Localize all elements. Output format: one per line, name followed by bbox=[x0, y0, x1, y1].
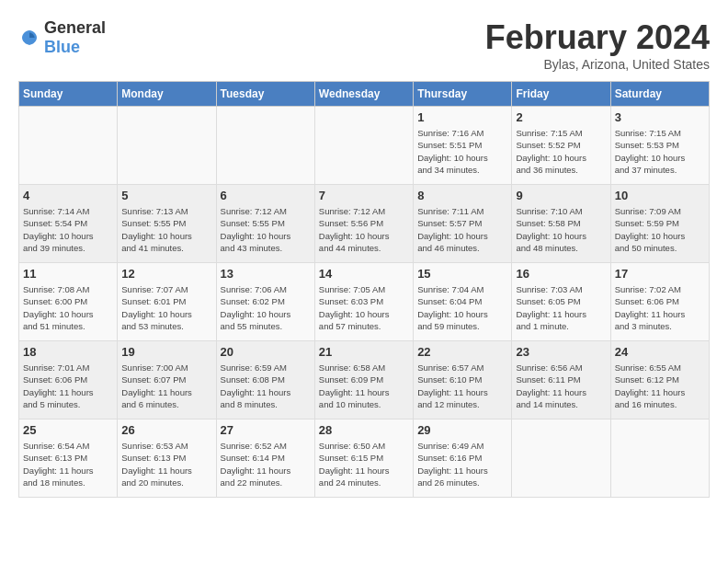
calendar-cell: 19Sunrise: 7:00 AM Sunset: 6:07 PM Dayli… bbox=[118, 341, 216, 419]
calendar-cell: 27Sunrise: 6:52 AM Sunset: 6:14 PM Dayli… bbox=[216, 419, 314, 498]
day-info: Sunrise: 6:50 AM Sunset: 6:15 PM Dayligh… bbox=[319, 440, 409, 488]
day-header-monday: Monday bbox=[118, 82, 216, 107]
day-info: Sunrise: 7:11 AM Sunset: 5:57 PM Dayligh… bbox=[417, 205, 507, 254]
day-info: Sunrise: 6:55 AM Sunset: 6:12 PM Dayligh… bbox=[615, 362, 705, 410]
calendar-cell: 16Sunrise: 7:03 AM Sunset: 6:05 PM Dayli… bbox=[512, 263, 610, 341]
calendar-cell: 11Sunrise: 7:08 AM Sunset: 6:00 PM Dayli… bbox=[19, 263, 118, 341]
day-info: Sunrise: 6:52 AM Sunset: 6:14 PM Dayligh… bbox=[221, 440, 311, 488]
day-header-saturday: Saturday bbox=[610, 82, 709, 107]
day-info: Sunrise: 6:57 AM Sunset: 6:10 PM Dayligh… bbox=[417, 362, 507, 410]
calendar-cell: 3Sunrise: 7:15 AM Sunset: 5:53 PM Daylig… bbox=[610, 107, 709, 185]
calendar-week-row: 1Sunrise: 7:16 AM Sunset: 5:51 PM Daylig… bbox=[19, 107, 710, 185]
calendar-cell bbox=[314, 107, 413, 185]
calendar-cell: 29Sunrise: 6:49 AM Sunset: 6:16 PM Dayli… bbox=[414, 419, 512, 498]
calendar-cell: 1Sunrise: 7:16 AM Sunset: 5:51 PM Daylig… bbox=[414, 107, 512, 185]
day-number: 29 bbox=[417, 423, 507, 437]
day-info: Sunrise: 6:54 AM Sunset: 6:13 PM Dayligh… bbox=[23, 440, 113, 488]
day-number: 13 bbox=[221, 267, 311, 281]
calendar-cell: 15Sunrise: 7:04 AM Sunset: 6:04 PM Dayli… bbox=[414, 263, 512, 341]
day-number: 16 bbox=[516, 267, 606, 281]
calendar-cell: 22Sunrise: 6:57 AM Sunset: 6:10 PM Dayli… bbox=[414, 341, 512, 419]
day-number: 6 bbox=[221, 189, 311, 202]
day-header-thursday: Thursday bbox=[414, 82, 512, 107]
day-number: 2 bbox=[516, 110, 606, 124]
logo-general: General bbox=[44, 18, 106, 37]
calendar-cell: 14Sunrise: 7:05 AM Sunset: 6:03 PM Dayli… bbox=[314, 263, 413, 341]
day-info: Sunrise: 7:03 AM Sunset: 6:05 PM Dayligh… bbox=[516, 283, 606, 332]
logo-text: General Blue bbox=[44, 18, 106, 57]
day-info: Sunrise: 6:59 AM Sunset: 6:08 PM Dayligh… bbox=[221, 362, 311, 410]
calendar-cell: 2Sunrise: 7:15 AM Sunset: 5:52 PM Daylig… bbox=[512, 107, 610, 185]
calendar-cell: 7Sunrise: 7:12 AM Sunset: 5:56 PM Daylig… bbox=[314, 185, 413, 263]
day-number: 1 bbox=[417, 110, 507, 124]
day-number: 9 bbox=[516, 189, 606, 202]
day-header-tuesday: Tuesday bbox=[216, 82, 314, 107]
day-number: 26 bbox=[121, 423, 211, 437]
calendar-cell bbox=[118, 107, 216, 185]
calendar-cell: 6Sunrise: 7:12 AM Sunset: 5:55 PM Daylig… bbox=[216, 185, 314, 263]
day-info: Sunrise: 7:12 AM Sunset: 5:56 PM Dayligh… bbox=[319, 205, 409, 254]
calendar-cell bbox=[512, 419, 610, 498]
day-number: 17 bbox=[615, 267, 705, 281]
day-number: 22 bbox=[417, 345, 507, 359]
calendar-cell bbox=[216, 107, 314, 185]
calendar-cell: 28Sunrise: 6:50 AM Sunset: 6:15 PM Dayli… bbox=[314, 419, 413, 498]
day-number: 4 bbox=[23, 189, 113, 202]
calendar-cell: 12Sunrise: 7:07 AM Sunset: 6:01 PM Dayli… bbox=[118, 263, 216, 341]
day-number: 27 bbox=[221, 423, 311, 437]
calendar-cell: 24Sunrise: 6:55 AM Sunset: 6:12 PM Dayli… bbox=[610, 341, 709, 419]
calendar-cell: 26Sunrise: 6:53 AM Sunset: 6:13 PM Dayli… bbox=[118, 419, 216, 498]
day-info: Sunrise: 7:04 AM Sunset: 6:04 PM Dayligh… bbox=[417, 283, 507, 332]
day-number: 3 bbox=[615, 110, 705, 124]
calendar-cell: 8Sunrise: 7:11 AM Sunset: 5:57 PM Daylig… bbox=[414, 185, 512, 263]
calendar-cell: 21Sunrise: 6:58 AM Sunset: 6:09 PM Dayli… bbox=[314, 341, 413, 419]
day-header-sunday: Sunday bbox=[19, 82, 118, 107]
calendar-cell: 9Sunrise: 7:10 AM Sunset: 5:58 PM Daylig… bbox=[512, 185, 610, 263]
location-title: Bylas, Arizona, United States bbox=[485, 57, 710, 72]
logo-blue: Blue bbox=[44, 38, 80, 56]
day-number: 7 bbox=[319, 189, 409, 202]
day-number: 15 bbox=[417, 267, 507, 281]
day-number: 8 bbox=[417, 189, 507, 202]
day-number: 24 bbox=[615, 345, 705, 359]
calendar-cell: 13Sunrise: 7:06 AM Sunset: 6:02 PM Dayli… bbox=[216, 263, 314, 341]
day-info: Sunrise: 7:05 AM Sunset: 6:03 PM Dayligh… bbox=[319, 283, 409, 332]
day-number: 25 bbox=[23, 423, 113, 437]
day-header-wednesday: Wednesday bbox=[314, 82, 413, 107]
day-header-friday: Friday bbox=[512, 82, 610, 107]
day-info: Sunrise: 7:02 AM Sunset: 6:06 PM Dayligh… bbox=[615, 283, 705, 332]
calendar-cell: 25Sunrise: 6:54 AM Sunset: 6:13 PM Dayli… bbox=[19, 419, 118, 498]
title-block: February 2024 Bylas, Arizona, United Sta… bbox=[485, 18, 710, 72]
day-info: Sunrise: 7:07 AM Sunset: 6:01 PM Dayligh… bbox=[121, 283, 211, 332]
day-info: Sunrise: 7:16 AM Sunset: 5:51 PM Dayligh… bbox=[417, 127, 507, 176]
day-info: Sunrise: 7:15 AM Sunset: 5:52 PM Dayligh… bbox=[516, 127, 606, 176]
day-number: 5 bbox=[121, 189, 211, 202]
day-info: Sunrise: 7:00 AM Sunset: 6:07 PM Dayligh… bbox=[121, 362, 211, 410]
day-info: Sunrise: 7:01 AM Sunset: 6:06 PM Dayligh… bbox=[23, 362, 113, 410]
calendar-cell: 4Sunrise: 7:14 AM Sunset: 5:54 PM Daylig… bbox=[19, 185, 118, 263]
calendar-cell: 17Sunrise: 7:02 AM Sunset: 6:06 PM Dayli… bbox=[610, 263, 709, 341]
day-number: 18 bbox=[23, 345, 113, 359]
calendar-cell bbox=[610, 419, 709, 498]
calendar-week-row: 4Sunrise: 7:14 AM Sunset: 5:54 PM Daylig… bbox=[19, 185, 710, 263]
day-number: 20 bbox=[221, 345, 311, 359]
day-number: 12 bbox=[121, 267, 211, 281]
day-info: Sunrise: 7:15 AM Sunset: 5:53 PM Dayligh… bbox=[615, 127, 705, 176]
calendar-week-row: 25Sunrise: 6:54 AM Sunset: 6:13 PM Dayli… bbox=[19, 419, 710, 498]
calendar-week-row: 18Sunrise: 7:01 AM Sunset: 6:06 PM Dayli… bbox=[19, 341, 710, 419]
calendar-cell: 10Sunrise: 7:09 AM Sunset: 5:59 PM Dayli… bbox=[610, 185, 709, 263]
calendar-cell: 23Sunrise: 6:56 AM Sunset: 6:11 PM Dayli… bbox=[512, 341, 610, 419]
calendar-body: 1Sunrise: 7:16 AM Sunset: 5:51 PM Daylig… bbox=[19, 107, 710, 498]
day-info: Sunrise: 7:14 AM Sunset: 5:54 PM Dayligh… bbox=[23, 205, 113, 254]
day-info: Sunrise: 6:53 AM Sunset: 6:13 PM Dayligh… bbox=[121, 440, 211, 488]
day-info: Sunrise: 6:58 AM Sunset: 6:09 PM Dayligh… bbox=[319, 362, 409, 410]
month-title: February 2024 bbox=[485, 18, 710, 57]
calendar-cell: 5Sunrise: 7:13 AM Sunset: 5:55 PM Daylig… bbox=[118, 185, 216, 263]
calendar-cell bbox=[19, 107, 118, 185]
day-number: 23 bbox=[516, 345, 606, 359]
logo: General Blue bbox=[18, 18, 106, 57]
day-info: Sunrise: 7:12 AM Sunset: 5:55 PM Dayligh… bbox=[221, 205, 311, 254]
day-info: Sunrise: 6:56 AM Sunset: 6:11 PM Dayligh… bbox=[516, 362, 606, 410]
day-info: Sunrise: 7:08 AM Sunset: 6:00 PM Dayligh… bbox=[23, 283, 113, 332]
calendar-week-row: 11Sunrise: 7:08 AM Sunset: 6:00 PM Dayli… bbox=[19, 263, 710, 341]
